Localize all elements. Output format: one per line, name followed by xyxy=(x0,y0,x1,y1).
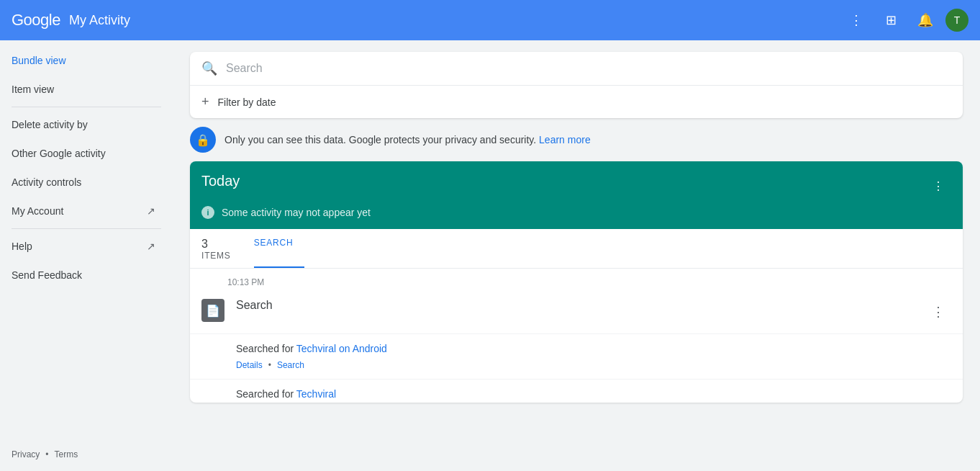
sidebar-item-label: Item view xyxy=(12,84,54,95)
today-card: Today ⋮ i Some activity may not appear y… xyxy=(190,161,963,403)
activity-content: Search xyxy=(236,299,925,312)
plus-icon: + xyxy=(201,94,209,109)
filter-label: Filter by date xyxy=(218,97,276,108)
three-dots-icon: ⋮ xyxy=(933,179,944,193)
tab-search[interactable]: SEARCH xyxy=(254,229,305,268)
sidebar-item-label: My Account xyxy=(12,205,63,217)
grid-icon: ⊞ xyxy=(886,12,897,28)
logo: Google My Activity xyxy=(12,11,130,30)
sidebar-divider-1 xyxy=(12,107,161,107)
avatar[interactable]: T xyxy=(945,9,968,32)
search-box: 🔍 + Filter by date xyxy=(190,52,963,118)
sidebar-item-bundle-view[interactable]: Bundle view xyxy=(0,46,167,75)
sidebar-item-label: Other Google activity xyxy=(12,148,106,159)
activity-document-icon: 📄 xyxy=(201,299,224,322)
main-layout: Bundle view Item view Delete activity by… xyxy=(0,40,980,471)
search-icon: 🔍 xyxy=(201,60,217,76)
sidebar-item-label: Delete activity by xyxy=(12,119,88,130)
details-link-1[interactable]: Details xyxy=(236,360,263,370)
searched-for-prefix: Searched for xyxy=(236,343,294,354)
notice-text: Some activity may not appear yet xyxy=(222,207,371,218)
activity-title: Search xyxy=(236,299,273,311)
info-icon: i xyxy=(201,206,214,219)
learn-more-link[interactable]: Learn more xyxy=(539,134,591,145)
today-header: Today ⋮ xyxy=(190,161,963,199)
three-dots-icon: ⋮ xyxy=(932,304,945,320)
tab-items-count: 3 xyxy=(201,238,231,251)
sidebar-item-label: Help xyxy=(12,241,32,252)
sidebar-item-send-feedback[interactable]: Send Feedback xyxy=(0,261,167,290)
bell-icon: 🔔 xyxy=(917,12,933,28)
activity-item: 📄 Search ⋮ xyxy=(190,290,963,334)
tab-items-label: ITEMS xyxy=(201,251,231,261)
link-separator: • xyxy=(268,360,271,370)
today-menu-button[interactable]: ⋮ xyxy=(925,173,951,199)
search-query-link-1[interactable]: Techviral on Android xyxy=(296,343,387,354)
sidebar-divider-2 xyxy=(12,228,161,229)
footer-dot: • xyxy=(45,449,48,459)
header-actions: ⋮ ⊞ 🔔 T xyxy=(842,6,968,35)
app-title: My Activity xyxy=(69,13,130,28)
tab-items[interactable]: 3 ITEMS xyxy=(201,229,242,268)
sidebar-item-label: Activity controls xyxy=(12,176,81,188)
tabs-row: 3 ITEMS SEARCH xyxy=(190,229,963,269)
content-area: 🔍 + Filter by date 🔒 Only you can see th… xyxy=(173,40,980,471)
sidebar-item-activity-controls[interactable]: Activity controls xyxy=(0,168,167,197)
google-wordmark: Google xyxy=(12,11,60,30)
search-input[interactable] xyxy=(226,62,951,75)
sidebar-item-label: Bundle view xyxy=(12,55,66,66)
more-options-button[interactable]: ⋮ xyxy=(842,6,871,35)
sidebar-item-other-google[interactable]: Other Google activity xyxy=(0,139,167,168)
search-link-1[interactable]: Search xyxy=(277,360,304,370)
search-result-1: Searched for Techviral on Android xyxy=(190,334,963,357)
external-link-icon: ↗ xyxy=(147,241,155,252)
privacy-notice: 🔒 Only you can see this data. Google pro… xyxy=(190,118,963,161)
apps-button[interactable]: ⊞ xyxy=(876,6,905,35)
search-input-row: 🔍 xyxy=(190,52,963,86)
search-query-link-2[interactable]: Techviral xyxy=(296,388,336,400)
sidebar-item-help[interactable]: Help ↗ xyxy=(0,232,167,261)
today-notice: i Some activity may not appear yet xyxy=(190,199,963,229)
lock-shield-icon: 🔒 xyxy=(190,127,216,153)
sidebar-item-item-view[interactable]: Item view xyxy=(0,75,167,104)
header: Google My Activity ⋮ ⊞ 🔔 T xyxy=(0,0,980,40)
today-title: Today xyxy=(201,173,240,189)
notifications-button[interactable]: 🔔 xyxy=(911,6,940,35)
sidebar-item-label: Send Feedback xyxy=(12,269,82,281)
tab-search-label: SEARCH xyxy=(254,238,294,248)
filter-by-date-button[interactable]: + Filter by date xyxy=(190,86,963,118)
privacy-link[interactable]: Privacy xyxy=(12,449,40,459)
search-result-2: Searched for Techviral xyxy=(190,380,963,403)
searched-for-prefix-2: Searched for xyxy=(236,388,294,400)
sidebar-footer: Privacy • Terms xyxy=(0,438,173,471)
activity-time: 10:13 PM xyxy=(190,269,963,290)
three-dots-icon: ⋮ xyxy=(850,12,863,28)
terms-link[interactable]: Terms xyxy=(55,449,78,459)
privacy-text: Only you can see this data. Google prote… xyxy=(224,134,591,145)
sidebar-item-my-account[interactable]: My Account ↗ xyxy=(0,197,167,225)
external-link-icon: ↗ xyxy=(147,205,155,217)
activity-menu-button[interactable]: ⋮ xyxy=(925,299,951,325)
sidebar: Bundle view Item view Delete activity by… xyxy=(0,40,173,471)
sidebar-item-delete-activity[interactable]: Delete activity by xyxy=(0,110,167,139)
search-result-1-links: Details • Search xyxy=(190,357,963,380)
